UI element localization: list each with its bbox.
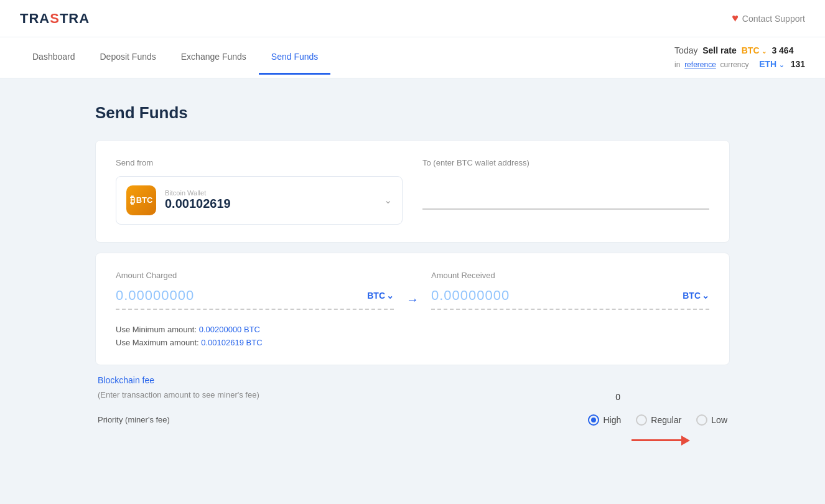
amount-charged-label: Amount Charged <box>116 271 394 280</box>
priority-high-label: High <box>603 415 621 425</box>
send-to-col: To (enter BTC wallet address) <box>422 158 709 210</box>
to-address-input[interactable] <box>422 189 709 210</box>
btc-currency-selector[interactable]: BTC ⌄ <box>742 44 767 57</box>
eth-rate-value: 131 <box>791 59 805 69</box>
max-amount-item: Use Maximum amount: 0.00102619 BTC <box>116 338 709 347</box>
wallet-dropdown-arrow: ⌄ <box>384 194 392 206</box>
sell-rate-area: Today Sell rate BTC ⌄ 3 464 in reference… <box>674 37 805 78</box>
btc-rate-value: 3 464 <box>771 44 793 57</box>
page-title: Send Funds <box>95 103 730 123</box>
blockchain-fee-value: 0 <box>615 392 620 402</box>
amount-received-currency-label: BTC <box>683 291 701 301</box>
priority-row: Priority (miner's fee) High Regular Low <box>98 414 727 426</box>
eth-currency-selector[interactable]: ETH ⌄ <box>759 59 786 69</box>
sell-rate-label: Today Sell rate <box>674 44 737 57</box>
wallet-details: Bitcoin Wallet 0.00102619 <box>165 189 231 211</box>
red-arrow <box>632 436 690 446</box>
amount-received-col: Amount Received 0.00000000 BTC ⌄ <box>431 271 709 310</box>
sell-bold: Sell rate <box>702 45 736 55</box>
logo-part2: TRA <box>60 11 90 26</box>
logo-part1: TRA <box>20 11 50 26</box>
logo-s: S <box>50 11 60 26</box>
amount-charged-currency[interactable]: BTC ⌄ <box>367 291 394 301</box>
nav-send[interactable]: Send Funds <box>259 40 331 75</box>
amount-received-chevron: ⌄ <box>702 291 709 301</box>
priority-low-radio[interactable] <box>696 414 707 426</box>
btc-currency-icon-label: BTC <box>136 195 153 205</box>
wallet-info: ₿ BTC Bitcoin Wallet 0.00102619 <box>126 185 231 215</box>
nav-dashboard[interactable]: Dashboard <box>20 40 88 75</box>
priority-options: High Regular Low <box>588 414 727 426</box>
priority-label: Priority (miner's fee) <box>98 415 170 424</box>
blockchain-fee-title: Blockchain fee <box>98 375 727 385</box>
ref-in-text: in <box>674 60 680 69</box>
blockchain-fee-subtitle: (Enter transaction amount to see miner's… <box>98 390 259 399</box>
fee-row: (Enter transaction amount to see miner's… <box>98 390 658 404</box>
eth-label: ETH <box>759 59 776 69</box>
max-label: Use Maximum amount: <box>116 338 199 347</box>
arrow-line <box>632 439 681 441</box>
send-from-to-card: Send from ₿ BTC Bitcoin Wallet 0.0010261… <box>95 140 730 243</box>
priority-high-option[interactable]: High <box>588 414 621 426</box>
priority-high-radio[interactable] <box>588 414 599 426</box>
priority-regular-radio[interactable] <box>636 414 647 426</box>
btc-chevron: ⌄ <box>762 48 767 55</box>
amount-charged-value: 0.00000000 <box>116 287 360 304</box>
amount-charged-input-row: 0.00000000 BTC ⌄ <box>116 287 394 310</box>
amount-card: Amount Charged 0.00000000 BTC ⌄ → Amount… <box>95 253 730 365</box>
arrow-head <box>681 436 690 446</box>
priority-regular-option[interactable]: Regular <box>636 414 681 426</box>
min-amount-link[interactable]: 0.00200000 BTC <box>199 325 260 334</box>
nav-deposit[interactable]: Deposit Funds <box>88 40 169 75</box>
amount-received-input-row: 0.00000000 BTC ⌄ <box>431 287 709 310</box>
logo: TRASTRA <box>20 11 90 27</box>
btc-label: BTC <box>742 45 760 55</box>
blockchain-section: Blockchain fee (Enter transaction amount… <box>95 375 730 446</box>
amount-received-value: 0.00000000 <box>431 287 675 304</box>
wallet-type: Bitcoin Wallet <box>165 189 231 197</box>
today-label: Today <box>674 45 697 55</box>
amount-charged-chevron: ⌄ <box>386 291 394 301</box>
btc-b: ₿ <box>130 195 135 206</box>
currency-suffix: currency <box>720 60 749 69</box>
priority-low-label: Low <box>711 415 727 425</box>
amount-row: Amount Charged 0.00000000 BTC ⌄ → Amount… <box>116 271 709 310</box>
header: TRASTRA ♥ Contact Support <box>0 0 825 37</box>
heart-icon: ♥ <box>732 12 739 25</box>
right-arrow-icon: → <box>406 292 419 307</box>
contact-support-button[interactable]: ♥ Contact Support <box>732 12 805 25</box>
send-from-label: Send from <box>116 158 403 167</box>
main-content: Send Funds Send from ₿ BTC Bitcoin Walle… <box>83 78 742 470</box>
send-to-label: To (enter BTC wallet address) <box>422 158 709 167</box>
nav: Dashboard Deposit Funds Exchange Funds S… <box>0 37 825 78</box>
nav-exchange[interactable]: Exchange Funds <box>169 40 259 75</box>
priority-regular-label: Regular <box>651 415 681 425</box>
priority-low-option[interactable]: Low <box>696 414 727 426</box>
wallet-amount: 0.00102619 <box>165 197 231 211</box>
header-right: ♥ Contact Support <box>732 12 805 25</box>
send-row: Send from ₿ BTC Bitcoin Wallet 0.0010261… <box>116 158 709 225</box>
amount-received-label: Amount Received <box>431 271 709 280</box>
amount-charged-currency-label: BTC <box>367 291 385 301</box>
send-from-col: Send from ₿ BTC Bitcoin Wallet 0.0010261… <box>116 158 403 225</box>
red-arrow-row <box>98 426 727 446</box>
min-max-row: Use Minimum amount: 0.00200000 BTC Use M… <box>116 325 709 347</box>
arrow-col: → <box>394 274 431 307</box>
priority-high-dot <box>591 418 596 422</box>
nav-links: Dashboard Deposit Funds Exchange Funds S… <box>20 40 330 75</box>
sell-rate-row: Today Sell rate BTC ⌄ 3 464 <box>674 44 793 57</box>
contact-support-label: Contact Support <box>742 14 805 24</box>
reference-link[interactable]: reference <box>684 60 716 69</box>
ref-row: in reference currency ETH ⌄ 131 <box>674 57 805 71</box>
btc-wallet-icon: ₿ BTC <box>126 185 156 215</box>
min-amount-item: Use Minimum amount: 0.00200000 BTC <box>116 325 709 334</box>
min-label: Use Minimum amount: <box>116 325 197 334</box>
amount-charged-col: Amount Charged 0.00000000 BTC ⌄ <box>116 271 394 310</box>
wallet-selector[interactable]: ₿ BTC Bitcoin Wallet 0.00102619 ⌄ <box>116 176 403 225</box>
amount-received-currency[interactable]: BTC ⌄ <box>683 291 709 301</box>
eth-chevron: ⌄ <box>779 62 784 68</box>
max-amount-link[interactable]: 0.00102619 BTC <box>201 338 262 347</box>
